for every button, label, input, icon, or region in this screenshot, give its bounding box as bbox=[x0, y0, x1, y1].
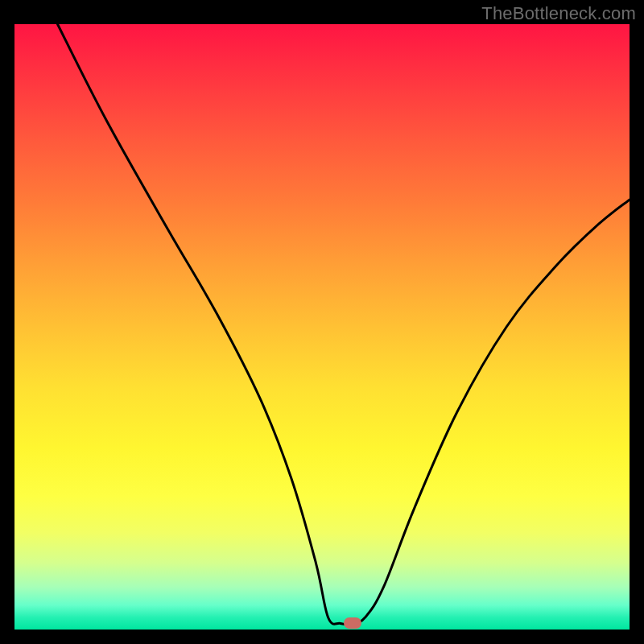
curve-path bbox=[58, 24, 630, 624]
minimum-marker bbox=[344, 617, 361, 629]
plot-area bbox=[14, 24, 630, 630]
watermark-text: TheBottleneck.com bbox=[481, 3, 636, 24]
curve-svg bbox=[14, 24, 630, 630]
chart-frame: TheBottleneck.com bbox=[0, 0, 644, 644]
